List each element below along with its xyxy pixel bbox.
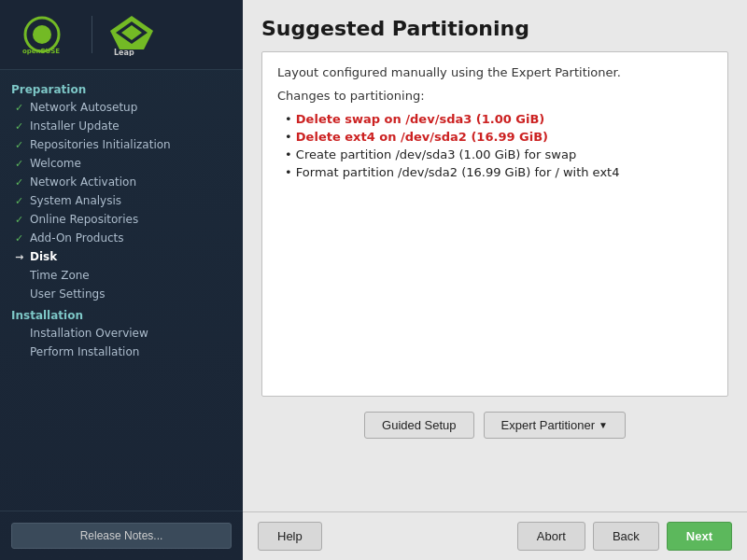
main-panel: Suggested Partitioning Layout configured…: [243, 0, 747, 560]
main-header: Suggested Partitioning: [243, 0, 747, 51]
sidebar-item-time-zone[interactable]: Time Zone: [0, 266, 243, 285]
sidebar-item-label: Online Repositories: [30, 213, 138, 226]
logo-area: openSUSE Leap: [0, 0, 243, 70]
svg-point-1: [33, 25, 51, 44]
normal-text-2: Format partition /dev/sda2 (16.99 GiB) f…: [296, 165, 620, 179]
sidebar-item-label: Time Zone: [30, 269, 90, 282]
opensuse-logo: openSUSE: [15, 11, 80, 58]
sidebar-item-label: Welcome: [30, 157, 81, 170]
sidebar-item-welcome[interactable]: Welcome: [0, 154, 243, 173]
back-button[interactable]: Back: [593, 522, 659, 551]
sidebar-item-installer-update[interactable]: Installer Update: [0, 117, 243, 135]
footer-right: Abort Back Next: [517, 522, 732, 551]
sidebar-item-installation-overview[interactable]: Installation Overview: [0, 324, 243, 343]
list-item: Delete swap on /dev/sda3 (1.00 GiB): [285, 110, 712, 128]
sidebar-item-label: Installation Overview: [30, 327, 148, 340]
dropdown-arrow-icon: ▼: [599, 420, 608, 430]
partition-changes-header: Changes to partitioning:: [277, 89, 712, 103]
sidebar-item-disk[interactable]: Disk: [0, 247, 243, 266]
partition-box: Layout configured manually using the Exp…: [261, 51, 728, 397]
sidebar-item-network-activation[interactable]: Network Activation: [0, 173, 243, 191]
guided-setup-button[interactable]: Guided Setup: [364, 412, 474, 439]
svg-text:Leap: Leap: [114, 49, 134, 56]
sidebar-item-add-on-products[interactable]: Add-On Products: [0, 229, 243, 247]
expert-partitioner-button[interactable]: Expert Partitioner ▼: [484, 412, 626, 439]
sidebar-item-user-settings[interactable]: User Settings: [0, 285, 243, 303]
section-installation: Installation: [0, 303, 243, 324]
partition-list: Delete swap on /dev/sda3 (1.00 GiB) Dele…: [277, 110, 712, 181]
leap-logo: Leap: [104, 11, 160, 58]
sidebar-item-label: Add-On Products: [30, 231, 124, 245]
list-item: Delete ext4 on /dev/sda2 (16.99 GiB): [285, 128, 712, 146]
sidebar-item-network-autosetup[interactable]: Network Autosetup: [0, 98, 243, 117]
main-content: Layout configured manually using the Exp…: [243, 51, 747, 511]
normal-text-1: Create partition /dev/sda3 (1.00 GiB) fo…: [296, 147, 576, 161]
list-item: Format partition /dev/sda2 (16.99 GiB) f…: [285, 163, 712, 181]
logo-divider: [92, 16, 92, 53]
section-preparation: Preparation: [0, 77, 243, 98]
sidebar-item-label: Repositories Initialization: [30, 138, 171, 151]
sidebar: openSUSE Leap Preparation Network Autose…: [0, 0, 243, 560]
list-item: Create partition /dev/sda3 (1.00 GiB) fo…: [285, 146, 712, 163]
nav-list: Preparation Network Autosetup Installer …: [0, 70, 243, 511]
footer: Help Abort Back Next: [243, 511, 747, 560]
sidebar-bottom: Release Notes...: [0, 511, 243, 560]
page-title: Suggested Partitioning: [261, 17, 728, 40]
sidebar-item-system-analysis[interactable]: System Analysis: [0, 191, 243, 210]
next-button[interactable]: Next: [667, 522, 732, 551]
svg-text:openSUSE: openSUSE: [22, 48, 60, 55]
sidebar-item-label: User Settings: [30, 287, 105, 301]
release-notes-button[interactable]: Release Notes...: [11, 523, 232, 549]
partition-intro: Layout configured manually using the Exp…: [277, 65, 712, 79]
action-buttons-row: Guided Setup Expert Partitioner ▼: [261, 408, 728, 441]
sidebar-item-label: Perform Installation: [30, 345, 139, 358]
sidebar-item-perform-installation[interactable]: Perform Installation: [0, 343, 243, 361]
expert-partitioner-label: Expert Partitioner: [501, 418, 595, 432]
sidebar-item-label: Network Autosetup: [30, 101, 137, 114]
sidebar-item-repositories-init[interactable]: Repositories Initialization: [0, 135, 243, 154]
sidebar-item-label: Installer Update: [30, 119, 120, 133]
footer-left: Help: [258, 522, 322, 551]
abort-button[interactable]: Abort: [517, 522, 585, 551]
delete-text-1: Delete swap on /dev/sda3 (1.00 GiB): [296, 112, 545, 126]
delete-text-2: Delete ext4 on /dev/sda2 (16.99 GiB): [296, 130, 548, 144]
sidebar-item-label: Disk: [30, 250, 57, 263]
sidebar-item-online-repositories[interactable]: Online Repositories: [0, 210, 243, 229]
sidebar-item-label: System Analysis: [30, 194, 121, 207]
help-button[interactable]: Help: [258, 522, 322, 551]
sidebar-item-label: Network Activation: [30, 175, 136, 189]
